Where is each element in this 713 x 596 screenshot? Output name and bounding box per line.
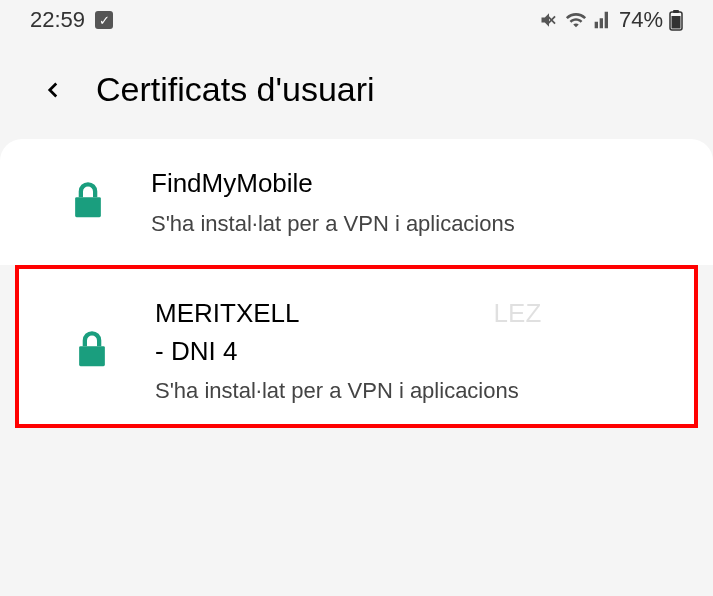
certificate-text: FindMyMobile S'ha instal·lat per a VPN i… xyxy=(151,167,515,237)
battery-icon xyxy=(669,9,683,31)
checkbox-notification-icon: ✓ xyxy=(95,11,113,29)
lock-icon xyxy=(70,180,106,224)
svg-rect-3 xyxy=(75,197,101,217)
certificate-title-line2: - DNI 4 xyxy=(155,335,541,369)
status-time: 22:59 xyxy=(30,7,85,33)
certificate-item-meritxell[interactable]: MERITXELL LEZ - DNI 4 S'ha instal·lat pe… xyxy=(15,265,698,429)
svg-rect-1 xyxy=(673,10,679,13)
back-button[interactable] xyxy=(40,77,66,103)
certificate-subtitle: S'ha instal·lat per a VPN i aplicacions xyxy=(151,211,515,237)
svg-rect-2 xyxy=(672,16,681,29)
certificate-item-findmymobile[interactable]: FindMyMobile S'ha instal·lat per a VPN i… xyxy=(0,139,713,265)
wifi-icon xyxy=(565,9,587,31)
certificate-list: FindMyMobile S'ha instal·lat per a VPN i… xyxy=(0,129,713,428)
mute-icon xyxy=(539,10,559,30)
lock-icon xyxy=(74,329,110,373)
status-bar-left: 22:59 ✓ xyxy=(30,7,113,33)
signal-icon xyxy=(593,10,613,30)
certificate-text: MERITXELL LEZ - DNI 4 S'ha instal·lat pe… xyxy=(155,297,541,405)
certificate-title-line1: MERITXELL LEZ xyxy=(155,297,541,331)
page-header: Certificats d'usuari xyxy=(0,40,713,129)
certificate-title: FindMyMobile xyxy=(151,167,515,201)
status-bar: 22:59 ✓ 74% xyxy=(0,0,713,40)
battery-percentage: 74% xyxy=(619,7,663,33)
page-title: Certificats d'usuari xyxy=(96,70,375,109)
status-bar-right: 74% xyxy=(539,7,683,33)
svg-rect-4 xyxy=(79,346,105,366)
certificate-subtitle: S'ha instal·lat per a VPN i aplicacions xyxy=(155,378,541,404)
